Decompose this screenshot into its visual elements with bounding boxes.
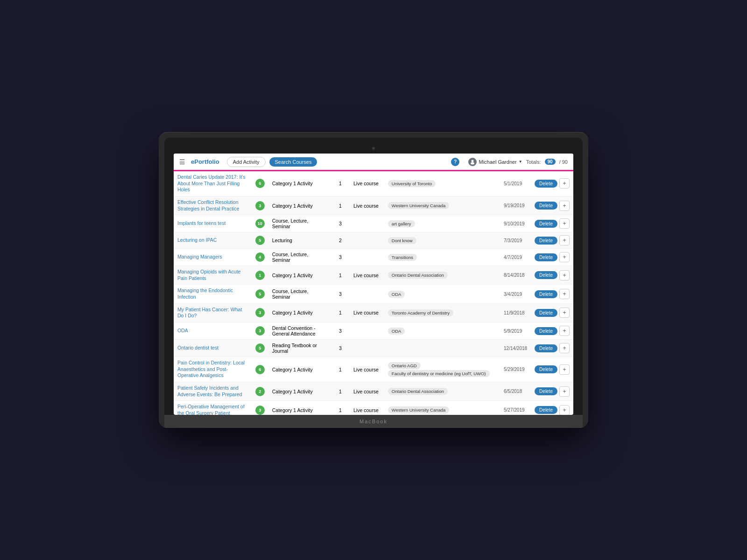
search-courses-button[interactable]: Search Courses — [269, 157, 317, 167]
course-date: 11/9/2018 — [500, 303, 531, 322]
course-name-link[interactable]: Ontario dentist test — [177, 345, 218, 350]
course-tags: Western University Canada — [383, 401, 500, 415]
help-icon[interactable]: ? — [451, 158, 459, 166]
course-category: Course, Lecture, Seminar — [268, 215, 331, 232]
expand-button[interactable]: + — [559, 308, 570, 318]
delete-button[interactable]: Delete — [535, 327, 557, 335]
course-name-link[interactable]: Managing Opioids with Acute Pain Patient… — [177, 269, 240, 281]
course-tags: Dont know — [383, 232, 500, 249]
tag-pill: Ontario Dental Association — [388, 388, 448, 395]
expand-button[interactable]: + — [559, 386, 570, 397]
course-category: Category 1 Activity — [268, 357, 331, 382]
table-row: Pain Control in Dentistry: Local Anaesth… — [174, 357, 573, 382]
course-type: Live course — [350, 171, 383, 196]
screen: ☰ ePortfolio Add Activity Search Courses… — [174, 154, 573, 415]
delete-button[interactable]: Delete — [535, 406, 557, 414]
course-name-link[interactable]: Peri-Operative Management of the Oral Su… — [177, 404, 245, 415]
delete-button[interactable]: Delete — [535, 344, 557, 352]
delete-button[interactable]: Delete — [535, 290, 557, 298]
course-name-link[interactable]: My Patient Has Cancer: What Do I Do? — [177, 307, 242, 319]
course-name-link[interactable]: Managing Managers — [177, 254, 222, 259]
delete-button[interactable]: Delete — [535, 309, 557, 317]
expand-button[interactable]: + — [559, 201, 570, 211]
expand-button[interactable]: + — [559, 405, 570, 415]
delete-button[interactable]: Delete — [535, 253, 557, 261]
course-name-link[interactable]: Implants for teens test — [177, 220, 226, 226]
tag-pill: Ontario Dental Association — [388, 272, 448, 279]
course-category: Course, Lecture, Seminar — [268, 285, 331, 303]
table-row: Implants for teens test10Course, Lecture… — [174, 215, 573, 232]
expand-button[interactable]: + — [559, 343, 570, 353]
course-type — [350, 340, 383, 357]
add-activity-button[interactable]: Add Activity — [227, 157, 266, 167]
course-credits: 1 — [331, 266, 350, 285]
user-menu[interactable]: Michael Gardner ▼ — [468, 158, 522, 166]
course-name-link[interactable]: Dental Caries Update 2017: It's About Mo… — [177, 174, 246, 192]
expand-button[interactable]: + — [559, 364, 570, 375]
expand-button[interactable]: + — [559, 252, 570, 262]
course-category: Reading Textbook or Journal — [268, 340, 331, 357]
course-tags: University of Toronto — [383, 171, 500, 196]
tag-pill: art gallery — [388, 220, 415, 227]
tag-pill: Dont know — [388, 237, 416, 244]
tag-pill: Faculty of dentistry or medicine (eg Uof… — [388, 370, 490, 377]
course-name-link[interactable]: ODA — [177, 328, 188, 333]
tag-pill: University of Toronto — [388, 180, 436, 187]
tag-pill: Toronto Academy of Dentistry — [388, 309, 453, 316]
course-name-link[interactable]: Managing the Endodontic Infection — [177, 287, 233, 300]
course-name-link[interactable]: Pain Control in Dentistry: Local Anaesth… — [177, 360, 245, 378]
course-date: 5/29/2019 — [500, 357, 531, 382]
credit-badge: 4 — [255, 252, 265, 262]
courses-table: Dental Caries Update 2017: It's About Mo… — [174, 171, 573, 415]
table-row: My Patient Has Cancer: What Do I Do?3Cat… — [174, 303, 573, 322]
expand-button[interactable]: + — [559, 218, 570, 229]
delete-button[interactable]: Delete — [535, 220, 557, 228]
top-bar-right: ? · Michael Gardner ▼ Totals: 90 / 90 — [451, 158, 568, 166]
course-date: 5/1/2019 — [500, 171, 531, 196]
laptop-frame: ☰ ePortfolio Add Activity Search Courses… — [159, 132, 588, 428]
avatar — [468, 158, 477, 166]
top-bar: ☰ ePortfolio Add Activity Search Courses… — [174, 154, 573, 171]
tag-pill: Transitions — [388, 254, 417, 261]
expand-button[interactable]: + — [559, 289, 570, 299]
totals-label: Totals: — [526, 159, 541, 165]
course-date: 3/4/2019 — [500, 285, 531, 303]
delete-button[interactable]: Delete — [535, 202, 557, 210]
course-name-link[interactable]: Effective Conflict Resolution Strategies… — [177, 199, 239, 211]
course-category: Category 1 Activity — [268, 382, 331, 400]
delete-button[interactable]: Delete — [535, 365, 557, 373]
course-date: 5/27/2019 — [500, 401, 531, 415]
course-credits: 1 — [331, 303, 350, 322]
action-cell: Delete+ — [535, 218, 570, 229]
expand-button[interactable]: + — [559, 178, 570, 189]
course-credits: 2 — [331, 232, 350, 249]
course-name-link[interactable]: Lecturing on IPAC — [177, 237, 217, 243]
table-row: Managing the Endodontic Infection5Course… — [174, 285, 573, 303]
delete-button[interactable]: Delete — [535, 271, 557, 279]
action-cell: Delete+ — [535, 270, 570, 280]
course-type: Live course — [350, 196, 383, 215]
course-type: Live course — [350, 357, 383, 382]
course-name-link[interactable]: Patient Safety Incidents and Adverse Eve… — [177, 385, 242, 397]
course-date: 8/14/2018 — [500, 266, 531, 285]
course-type: Live course — [350, 401, 383, 415]
course-credits: 3 — [331, 322, 350, 340]
table-row: Managing Managers4Course, Lecture, Semin… — [174, 249, 573, 266]
delete-button[interactable]: Delete — [535, 237, 557, 245]
tag-pill: Western University Canada — [388, 202, 449, 209]
hamburger-icon[interactable]: ☰ — [179, 158, 185, 166]
expand-button[interactable]: + — [559, 326, 570, 336]
action-cell: Delete+ — [535, 308, 570, 318]
tag-pill: Ontario AGD — [388, 362, 421, 369]
expand-button[interactable]: + — [559, 235, 570, 245]
action-cell: Delete+ — [535, 235, 570, 245]
course-tags: art gallery — [383, 215, 500, 232]
svg-point-1 — [471, 162, 474, 164]
delete-button[interactable]: Delete — [535, 387, 557, 395]
delete-button[interactable]: Delete — [535, 180, 557, 188]
course-type — [350, 285, 383, 303]
courses-body: Dental Caries Update 2017: It's About Mo… — [174, 171, 573, 415]
course-tags: Western University Canada — [383, 196, 500, 215]
expand-button[interactable]: + — [559, 270, 570, 280]
course-date: 9/19/2019 — [500, 196, 531, 215]
